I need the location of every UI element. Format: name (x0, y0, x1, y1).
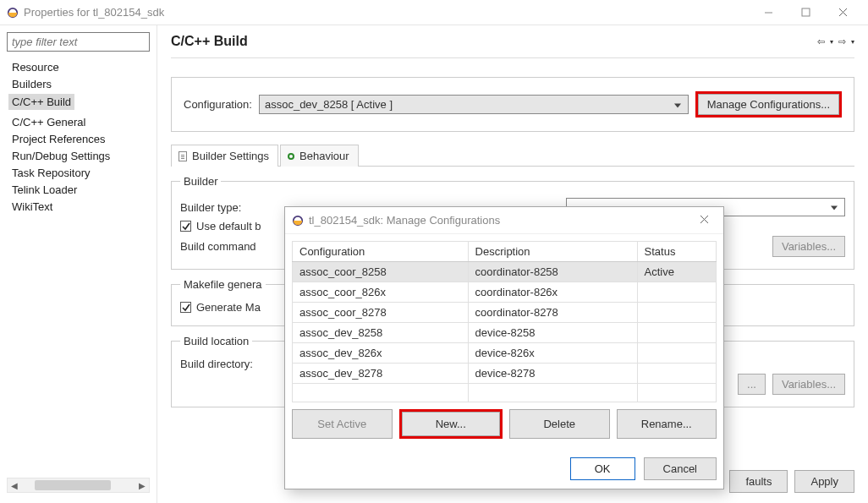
scroll-thumb[interactable] (35, 480, 111, 490)
cancel-button[interactable]: Cancel (644, 457, 717, 480)
build-command-label: Build command (180, 240, 282, 253)
cell-status (637, 282, 716, 303)
cell-config: assoc_dev_8278 (293, 364, 469, 384)
cell-desc: device-8278 (468, 364, 637, 384)
eclipse-icon (7, 7, 19, 19)
configuration-panel: Configuration: assoc_dev_8258 [ Active ]… (171, 77, 854, 132)
tree-item-builders[interactable]: Builders (8, 76, 148, 92)
builder-legend: Builder (180, 175, 221, 188)
cell-config: assoc_coor_826x (293, 282, 469, 303)
table-row[interactable]: assoc_dev_8278device-8278 (293, 364, 717, 384)
properties-tree-sidebar: Resource Builders C/C++ Build C/C++ Gene… (0, 25, 157, 503)
cell-config: assoc_dev_8258 (293, 323, 469, 343)
rename-config-button[interactable]: Rename... (617, 409, 717, 439)
cell-desc: device-8258 (468, 323, 637, 343)
cell-config: assoc_coor_8278 (293, 303, 469, 323)
cell-status (637, 323, 716, 343)
header-separator (171, 57, 854, 58)
scroll-left-icon[interactable]: ◀ (8, 481, 21, 490)
build-location-legend: Build location (180, 335, 252, 347)
tab-strip: Builder Settings Behaviour (171, 144, 854, 167)
dialog-titlebar: tl_802154_sdk: Manage Configurations (285, 207, 723, 234)
checkbox-checked-icon (180, 221, 191, 232)
ok-button[interactable]: OK (570, 457, 635, 480)
col-status[interactable]: Status (637, 242, 716, 262)
sidebar-hscrollbar[interactable]: ◀ ▶ (7, 478, 150, 493)
cell-config: assoc_coor_8258 (293, 262, 469, 282)
col-configuration[interactable]: Configuration (293, 242, 469, 262)
scroll-right-icon[interactable]: ▶ (135, 481, 149, 490)
tree-item-ccpp-general[interactable]: C/C++ General (8, 114, 148, 130)
page-nav-arrows: ⇦ ▾ ⇨ ▾ (817, 36, 854, 47)
forward-icon[interactable]: ⇨ (838, 36, 846, 47)
set-active-button[interactable]: Set Active (292, 409, 393, 439)
delete-config-button[interactable]: Delete (509, 409, 610, 439)
tree-item-wikitext[interactable]: WikiText (8, 199, 148, 215)
build-cmd-variables-button[interactable]: Variables... (772, 236, 845, 257)
cell-status (637, 364, 716, 384)
build-directory-label: Build directory: (180, 358, 282, 370)
new-config-button[interactable]: New... (402, 412, 501, 436)
document-icon (179, 151, 187, 161)
radio-icon (288, 153, 294, 160)
window-titlebar: Properties for tl_802154_sdk (0, 0, 868, 25)
dialog-close-button[interactable] (691, 214, 717, 227)
cell-status (637, 343, 716, 364)
back-menu-icon[interactable]: ▾ (830, 38, 833, 46)
forward-menu-icon[interactable]: ▾ (851, 38, 854, 46)
svg-rect-2 (802, 8, 810, 16)
apply-button[interactable]: Apply (794, 470, 854, 493)
cell-desc: coordinator-8258 (468, 262, 637, 282)
properties-tree[interactable]: Resource Builders C/C++ Build C/C++ Gene… (3, 58, 153, 474)
back-icon[interactable]: ⇦ (817, 36, 825, 47)
cell-desc: coordinator-8278 (468, 303, 637, 323)
table-row[interactable]: assoc_coor_8258coordinator-8258Active (293, 262, 717, 282)
build-dir-variables-button[interactable]: Variables... (772, 374, 845, 395)
maximize-button[interactable] (787, 1, 824, 25)
dialog-title: tl_802154_sdk: Manage Configurations (309, 214, 691, 227)
window-title: Properties for tl_802154_sdk (24, 6, 750, 19)
configurations-table[interactable]: Configuration Description Status assoc_c… (292, 241, 717, 402)
cell-desc: device-826x (468, 343, 637, 364)
minimize-button[interactable] (750, 1, 787, 25)
browse-button-1[interactable]: ... (738, 374, 766, 395)
highlight-manage-configs: Manage Configurations... (695, 91, 842, 118)
tab-builder-settings[interactable]: Builder Settings (171, 145, 278, 167)
checkbox-checked-icon (180, 302, 191, 313)
configuration-select[interactable]: assoc_dev_8258 [ Active ] (259, 95, 689, 114)
close-button[interactable] (824, 1, 861, 25)
manage-configurations-button[interactable]: Manage Configurations... (698, 94, 839, 115)
makefile-legend: Makefile genera (180, 278, 266, 291)
highlight-new-config: New... (399, 409, 503, 439)
cell-status: Active (637, 262, 716, 282)
tree-item-project-references[interactable]: Project References (8, 131, 148, 147)
eclipse-icon (292, 215, 304, 227)
tab-behaviour[interactable]: Behaviour (280, 145, 359, 167)
page-title: C/C++ Build (171, 34, 817, 49)
tree-item-telink-loader[interactable]: Telink Loader (8, 182, 148, 198)
tree-item-run-debug[interactable]: Run/Debug Settings (8, 148, 148, 164)
cell-status (637, 303, 716, 323)
tree-item-task-repository[interactable]: Task Repository (8, 165, 148, 181)
builder-type-label: Builder type: (180, 201, 282, 214)
configuration-label: Configuration: (184, 98, 252, 111)
table-row[interactable]: assoc_dev_826xdevice-826x (293, 343, 717, 364)
restore-defaults-button[interactable]: faults (729, 470, 788, 493)
table-row[interactable]: assoc_coor_826xcoordinator-826x (293, 282, 717, 303)
filter-input[interactable] (7, 32, 150, 52)
manage-configurations-dialog: tl_802154_sdk: Manage Configurations Con… (284, 206, 724, 489)
cell-config: assoc_dev_826x (293, 343, 469, 364)
table-row[interactable]: assoc_dev_8258device-8258 (293, 323, 717, 343)
cell-desc: coordinator-826x (468, 282, 637, 303)
tree-item-ccpp-build[interactable]: C/C++ Build (8, 94, 74, 110)
col-description[interactable]: Description (468, 242, 637, 262)
table-row[interactable]: assoc_coor_8278coordinator-8278 (293, 303, 717, 323)
tree-item-resource[interactable]: Resource (8, 59, 148, 75)
